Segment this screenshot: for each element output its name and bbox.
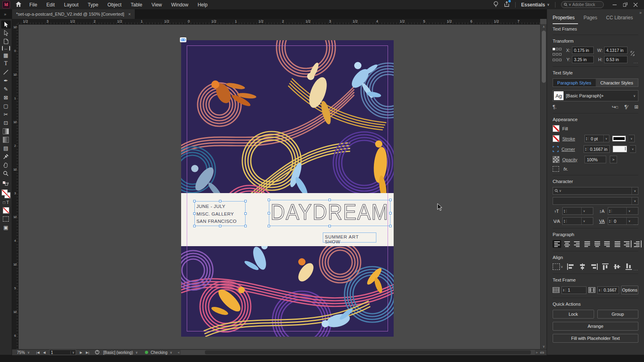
kerning-stepper[interactable]: ▴▾ ∨	[562, 217, 593, 225]
title-text-frame[interactable]: DAYDREAM	[269, 200, 390, 226]
menu-file[interactable]: File	[29, 2, 37, 8]
free-transform-tool[interactable]: ⊡	[1, 119, 11, 127]
minimize-button[interactable]	[609, 0, 620, 9]
reference-point-grid[interactable]	[553, 48, 561, 63]
type-tool[interactable]: T	[1, 60, 11, 68]
pencil-tool[interactable]: ✎	[1, 85, 11, 93]
container-icon[interactable]: □	[3, 200, 5, 205]
apply-color-swatch[interactable]	[1, 206, 11, 214]
text-icon[interactable]: T	[6, 200, 9, 205]
menu-layout[interactable]: Layout	[64, 2, 78, 8]
justify-last-right-button[interactable]	[603, 240, 611, 248]
next-page-button[interactable]: ▶	[80, 351, 82, 354]
align-objects-right-button[interactable]	[590, 263, 598, 270]
fill-color-swatch[interactable]	[553, 125, 559, 132]
page-tool[interactable]	[1, 37, 11, 45]
w-input[interactable]	[604, 47, 627, 54]
close-tab-icon[interactable]: ×	[128, 12, 131, 16]
fill-placeholder-button[interactable]: Fill with Placeholder Text	[553, 334, 638, 343]
last-page-button[interactable]: ▶|	[86, 351, 89, 354]
horizontal-scroll-thumb[interactable]	[205, 350, 531, 354]
prev-page-button[interactable]: ◀	[43, 351, 45, 354]
selection-tool[interactable]	[1, 21, 11, 29]
subtitle-text-frame[interactable]: SUMMER ART SHOW	[323, 232, 376, 243]
stroke-weight-stepper[interactable]: ▴▾ 0 pt ∨	[584, 135, 609, 142]
workspace-switcher[interactable]: Essentials ∨	[521, 2, 549, 8]
align-right-button[interactable]	[573, 240, 581, 248]
menu-type[interactable]: Type	[88, 2, 98, 8]
zoom-level-select[interactable]: 75%∨	[17, 350, 30, 355]
scroll-left-icon[interactable]: <	[178, 351, 180, 354]
restore-button[interactable]	[620, 0, 630, 9]
paragraph-style-select[interactable]: Ag [Basic Paragraph]+ ∨	[553, 90, 638, 101]
align-objects-vcenter-button[interactable]	[613, 263, 621, 270]
menu-view[interactable]: View	[151, 2, 162, 8]
swap-fill-stroke-icon[interactable]	[1, 179, 11, 187]
gradient-feather-tool[interactable]	[1, 136, 11, 144]
menu-help[interactable]: Help	[198, 2, 208, 8]
new-style-icon[interactable]: ⊞	[634, 104, 638, 110]
font-size-stepper[interactable]: ▴▾ ∨	[562, 207, 593, 215]
gutter-stepper[interactable]: ▴▾ 0.1667	[597, 286, 619, 294]
stroke-type-dropdown[interactable]: ∨	[629, 135, 635, 142]
align-toward-spine-button[interactable]	[623, 240, 632, 248]
opacity-expand-icon[interactable]: >	[610, 156, 617, 163]
tab-cc-libraries[interactable]: CC Libraries	[606, 15, 636, 24]
view-options-icon[interactable]	[1, 215, 11, 223]
group-button[interactable]: Group	[597, 310, 639, 319]
share-icon[interactable]	[504, 1, 510, 8]
page-number-input[interactable]	[50, 350, 70, 355]
redefine-style-icon[interactable]: ↪□	[612, 104, 618, 110]
info-text-frame[interactable]: JUNE - JULY MISC. GALLERY SAN FRANCISCO	[194, 201, 246, 226]
vertical-scrollbar[interactable]: ∧ ∨	[540, 24, 547, 349]
clear-overrides-icon[interactable]: ¶∕	[624, 104, 627, 110]
font-family-select[interactable]: ∨ ∨	[553, 187, 638, 195]
align-to-selector[interactable]: ∨	[553, 263, 563, 270]
y-input[interactable]	[572, 56, 594, 63]
corner-size-stepper[interactable]: ▴▾ 0.1667 in	[584, 145, 610, 153]
preflight-status[interactable]: Checking ∨	[145, 350, 172, 355]
corner-label[interactable]: Corner	[561, 147, 581, 152]
close-window-button[interactable]	[630, 0, 641, 9]
pen-tool[interactable]: ✒	[1, 76, 11, 84]
fill-swatch[interactable]	[2, 189, 8, 195]
note-tool[interactable]: ▤	[1, 144, 11, 152]
first-page-button[interactable]: |◀	[36, 351, 39, 354]
screen-mode-icon[interactable]: ▣	[1, 223, 11, 231]
eyedropper-tool[interactable]	[1, 152, 11, 160]
zoom-tool[interactable]	[1, 169, 11, 177]
stroke-label[interactable]: Stroke	[562, 136, 582, 141]
rectangle-tool[interactable]: ▢	[1, 102, 11, 110]
adobe-stock-search[interactable]: ∨ Adobe Stock	[561, 1, 604, 8]
horizontal-scrollbar[interactable]	[181, 350, 535, 355]
align-objects-left-button[interactable]	[567, 263, 575, 270]
character-more-icon[interactable]: ···	[634, 222, 638, 226]
menu-object[interactable]: Object	[107, 2, 122, 8]
stroke-type-swatch[interactable]	[612, 136, 626, 142]
align-objects-hcenter-button[interactable]	[578, 263, 586, 270]
align-more-icon[interactable]: ···	[634, 268, 638, 272]
h-input[interactable]	[604, 56, 627, 63]
font-style-select[interactable]: ∨	[553, 197, 638, 205]
gap-tool[interactable]: ↔	[2, 46, 10, 51]
postcard-document[interactable]: JUNE - JULY MISC. GALLERY SAN FRANCISCO …	[181, 40, 394, 337]
justify-last-left-button[interactable]	[583, 240, 591, 248]
preflight-profile-select[interactable]: [Basic] (working)∨	[103, 350, 138, 355]
hand-tool[interactable]	[1, 161, 11, 169]
paragraph-more-icon[interactable]: ···	[634, 245, 638, 249]
x-input[interactable]	[572, 47, 594, 54]
line-tool[interactable]	[1, 68, 11, 76]
scroll-right-icon[interactable]: >	[536, 351, 538, 354]
frame-edge-icon[interactable]	[553, 166, 559, 172]
fill-stroke-swatches[interactable]	[2, 189, 10, 198]
menu-window[interactable]: Window	[171, 2, 188, 8]
tab-properties[interactable]: Properties	[553, 15, 578, 24]
learn-bulb-icon[interactable]	[493, 1, 498, 8]
justify-last-center-button[interactable]	[593, 240, 601, 248]
formatting-affects-toggle[interactable]: □ T	[3, 200, 9, 205]
frame-tool[interactable]: ⊠	[1, 93, 11, 101]
transform-more-icon[interactable]: ···	[634, 61, 638, 65]
menu-table[interactable]: Table	[131, 2, 142, 8]
content-collector-tool[interactable]: ▦	[1, 51, 11, 59]
text-frame-options-button[interactable]: Options	[621, 286, 638, 294]
